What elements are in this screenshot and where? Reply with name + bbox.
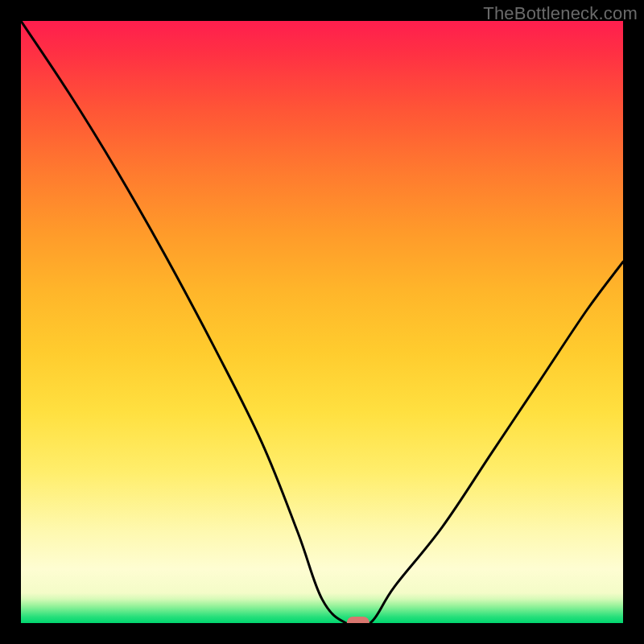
watermark-text: TheBottleneck.com bbox=[483, 3, 638, 24]
plot-area bbox=[21, 21, 623, 623]
chart-container: TheBottleneck.com bbox=[0, 0, 644, 644]
bottleneck-chart bbox=[21, 21, 623, 623]
svg-rect-0 bbox=[21, 21, 623, 623]
svg-rect-1 bbox=[347, 617, 369, 623]
